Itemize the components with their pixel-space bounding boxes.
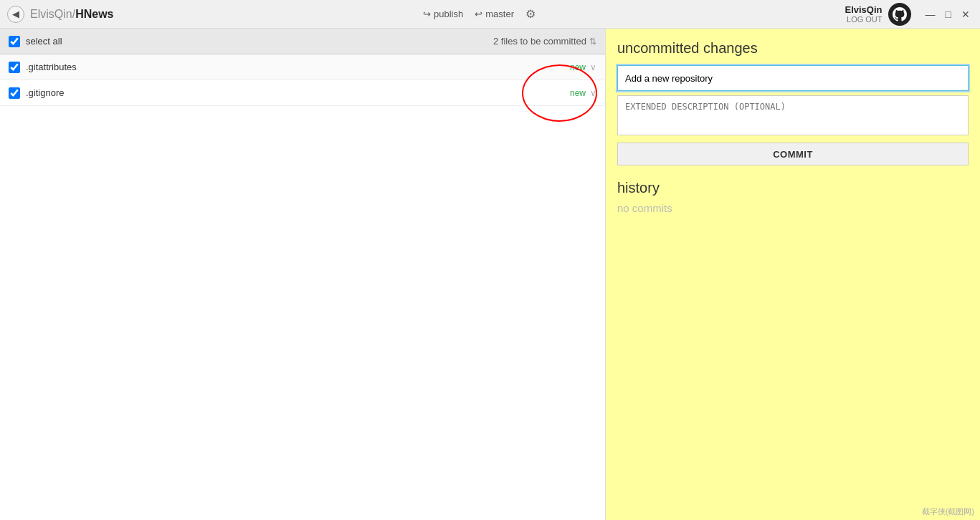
username: ElvisQin [845, 4, 883, 15]
uncommitted-title: uncommitted changes [617, 40, 969, 57]
sort-icon[interactable]: ⇅ [589, 37, 596, 47]
titlebar-center: ↪ publish ↩ master ⚙ [423, 7, 536, 21]
table-row: .gitignore new ∨ [0, 80, 605, 106]
github-logo [888, 3, 911, 26]
file-chevron-gitignore[interactable]: ∨ [590, 88, 596, 98]
publish-icon: ↪ [423, 9, 431, 19]
close-button[interactable]: ✕ [958, 7, 973, 21]
files-header: select all 2 files to be committed ⇅ [0, 29, 605, 54]
titlebar: ◀ ElvisQin/HNews ↪ publish ↩ master ⚙ El… [0, 0, 980, 29]
no-commits-label: no commits [617, 202, 969, 214]
restore-button[interactable]: □ [943, 7, 954, 21]
back-button[interactable]: ◀ [7, 6, 24, 23]
titlebar-right: ElvisQin LOG OUT — □ ✕ [845, 3, 974, 26]
file-chevron-gitattributes[interactable]: ∨ [590, 62, 596, 72]
main-content: select all 2 files to be committed ⇅ .gi… [0, 29, 980, 520]
branch-button[interactable]: ↩ master [475, 9, 514, 19]
logout-button[interactable]: LOG OUT [845, 15, 883, 24]
commit-message-input[interactable] [617, 65, 969, 91]
file-checkbox-gitignore[interactable] [9, 87, 20, 99]
right-panel: uncommitted changes COMMIT history no co… [606, 29, 980, 520]
file-checkbox-gitattributes[interactable] [9, 62, 20, 73]
watermark: 截字侠(截图网) [922, 506, 974, 517]
settings-icon[interactable]: ⚙ [525, 7, 536, 21]
user-info: ElvisQin LOG OUT [845, 4, 883, 24]
file-name-gitignore: .gitignore [26, 87, 570, 98]
minimize-button[interactable]: — [923, 7, 938, 21]
extended-description-textarea[interactable] [617, 95, 969, 135]
repo-owner: ElvisQin [30, 8, 72, 20]
back-icon: ◀ [12, 9, 19, 19]
table-row: .gitattributes new ∨ [0, 54, 605, 80]
titlebar-left: ◀ ElvisQin/HNews [7, 6, 114, 23]
select-all-label: select all [26, 36, 493, 47]
publish-button[interactable]: ↪ publish [423, 9, 463, 19]
commit-button[interactable]: COMMIT [617, 143, 969, 165]
branch-label: master [485, 9, 514, 19]
file-status-gitignore: new [570, 88, 586, 98]
window-controls: — □ ✕ [923, 7, 973, 21]
files-count: 2 files to be committed ⇅ [493, 36, 596, 47]
file-name-gitattributes: .gitattributes [26, 62, 570, 72]
repo-name: HNews [75, 8, 113, 20]
history-title: history [617, 180, 969, 196]
repo-title: ElvisQin/HNews [30, 8, 114, 21]
select-all-checkbox[interactable] [9, 36, 20, 47]
publish-label: publish [434, 9, 463, 19]
left-panel: select all 2 files to be committed ⇅ .gi… [0, 29, 606, 520]
file-status-gitattributes: new [570, 62, 586, 72]
branch-icon: ↩ [475, 9, 482, 19]
files-count-text: 2 files to be committed [493, 36, 586, 47]
